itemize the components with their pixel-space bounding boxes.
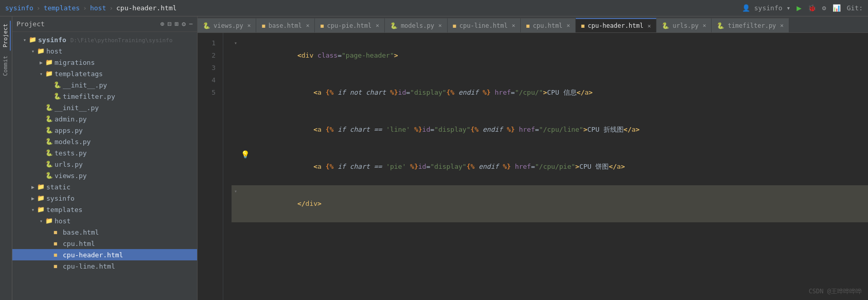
- tree-item-cpu-header-html[interactable]: ◼ cpu-header.html: [12, 249, 197, 260]
- tree-label-init-host: __init__.py: [55, 104, 99, 112]
- tab-close-models[interactable]: ✕: [438, 22, 442, 29]
- tree-label-admin: admin.py: [55, 115, 87, 123]
- breadcrumb-templates[interactable]: templates: [44, 4, 80, 12]
- main-area: Project Commit Project ⊕ ⊟ ⊞ ⚙ − ▾ 📁 sys…: [0, 16, 868, 300]
- tab-cpu-html[interactable]: ◼ cpu.html ✕: [521, 18, 576, 32]
- project-panel: Project ⊕ ⊟ ⊞ ⚙ − ▾ 📁 sysinfo D:\File\py…: [12, 16, 198, 300]
- coverage-icon[interactable]: ⚙: [822, 4, 826, 12]
- tree-item-tests[interactable]: 🐍 tests.py: [12, 147, 197, 158]
- tab-cpu-pie-html[interactable]: ◼ cpu-pie.html ✕: [315, 18, 385, 32]
- tab-label-cpuline: cpu-line.html: [459, 22, 508, 29]
- tab-label-urls: urls.py: [672, 22, 699, 29]
- tab-label-base: base.html: [269, 22, 302, 29]
- tab-close-cpupie[interactable]: ✕: [376, 22, 379, 29]
- debug-icon[interactable]: 🐞: [808, 4, 816, 12]
- project-tree: ▾ 📁 sysinfo D:\File\pythonTraining\sysin…: [12, 32, 197, 300]
- tab-close-base[interactable]: ✕: [306, 22, 310, 29]
- tree-item-base-html[interactable]: ◼ base.html: [12, 226, 197, 238]
- profile-icon[interactable]: 📊: [832, 4, 841, 12]
- tree-item-urls[interactable]: 🐍 urls.py: [12, 158, 197, 170]
- ln-1: 1: [198, 37, 219, 49]
- tree-label-host: host: [46, 47, 62, 55]
- separator-1: ›: [37, 4, 41, 12]
- ln-5: 5: [198, 86, 219, 99]
- tab-close-urls[interactable]: ✕: [703, 22, 706, 29]
- tree-item-sysinfo-sub[interactable]: ▶ 📁 sysinfo: [12, 192, 197, 204]
- tab-urls-py[interactable]: 🐍 urls.py ✕: [657, 18, 712, 32]
- git-label: Git:: [847, 4, 863, 12]
- title-bar-right: 👤 sysinfo ▾ ▶ 🐞 ⚙ 📊 Git:: [742, 3, 863, 13]
- tree-item-sysinfo[interactable]: ▾ 📁 sysinfo D:\File\pythonTraining\sysin…: [12, 34, 197, 45]
- tab-base-html[interactable]: ◼ base.html ✕: [256, 18, 315, 32]
- breadcrumb-host[interactable]: host: [90, 4, 106, 12]
- tree-label-cpu-line-html: cpu-line.html: [63, 262, 115, 270]
- collapse-all-icon[interactable]: ⊟: [168, 20, 172, 28]
- code-line-4: 💡 <a {% if chart == 'pie' %}id="display"…: [232, 148, 868, 185]
- tab-models-py[interactable]: 🐍 models.py ✕: [385, 18, 448, 32]
- tree-label-init-tt: __init__.py: [63, 81, 107, 89]
- tab-label-cpuheader: cpu-header.html: [588, 22, 643, 29]
- code-text-4: <a {% if chart == 'pie' %}id="display"{%…: [249, 148, 625, 185]
- breadcrumb-sysinfo[interactable]: sysinfo: [5, 4, 33, 12]
- tab-close-timefilter[interactable]: ✕: [780, 22, 784, 29]
- tree-label-templates: templates: [46, 206, 82, 214]
- code-text-2: <a {% if not chart %}id="display"{% endi…: [249, 74, 593, 111]
- tab-icon-models: 🐍: [390, 22, 398, 29]
- tree-item-templatetags[interactable]: ▾ 📁 templatetags: [12, 68, 197, 79]
- tree-item-models[interactable]: 🐍 models.py: [12, 136, 197, 147]
- tab-cpu-line-html[interactable]: ◼ cpu-line.html ✕: [448, 18, 521, 32]
- tree-item-apps[interactable]: 🐍 apps.py: [12, 125, 197, 136]
- tree-label-views: views.py: [55, 172, 87, 180]
- tree-item-init-host[interactable]: 🐍 __init__.py: [12, 102, 197, 113]
- title-bar: sysinfo › templates › host › cpu-header.…: [0, 0, 868, 16]
- left-tab-project[interactable]: Project: [1, 21, 11, 50]
- tree-item-templates[interactable]: ▾ 📁 templates: [12, 204, 197, 215]
- settings-icon[interactable]: ⚙: [182, 20, 186, 28]
- code-line-1: ▾ <div class="page-header">: [232, 37, 868, 74]
- tree-item-host[interactable]: ▾ 📁 host: [12, 45, 197, 57]
- editor-area: 🐍 views.py ✕ ◼ base.html ✕ ◼ cpu-pie.htm…: [198, 16, 868, 300]
- tree-label-sysinfo-sub: sysinfo: [46, 195, 75, 202]
- expand-all-icon[interactable]: ⊞: [175, 20, 179, 28]
- tree-item-init-tt[interactable]: 🐍 __init__.py: [12, 79, 197, 91]
- tree-item-timefilter[interactable]: 🐍 timefilter.py: [12, 91, 197, 102]
- tab-close-cpuheader[interactable]: ✕: [648, 23, 651, 29]
- tab-close-cpuline[interactable]: ✕: [512, 22, 516, 29]
- ln-2: 2: [198, 49, 219, 62]
- tab-close-views[interactable]: ✕: [247, 22, 251, 29]
- panel-title: Project: [16, 20, 45, 28]
- panel-icons: ⊕ ⊟ ⊞ ⚙ −: [161, 20, 193, 28]
- tree-item-migrations[interactable]: ▶ 📁 migrations: [12, 57, 197, 68]
- tree-label-tests: tests.py: [55, 149, 87, 157]
- tree-label-sysinfo: sysinfo D:\File\pythonTraining\sysinfo: [38, 36, 172, 44]
- fold-marker-5[interactable]: ▾: [232, 185, 240, 198]
- tab-views-py[interactable]: 🐍 views.py ✕: [198, 18, 256, 32]
- tab-bar: 🐍 views.py ✕ ◼ base.html ✕ ◼ cpu-pie.htm…: [198, 16, 868, 33]
- separator-2: ›: [83, 4, 87, 12]
- tab-icon-cpu: ◼: [526, 22, 529, 29]
- tab-timefilter-py[interactable]: 🐍 timefilter.py ✕: [712, 18, 789, 32]
- tree-item-static[interactable]: ▶ 📁 static: [12, 181, 197, 192]
- tree-item-host-sub[interactable]: ▾ 📁 host: [12, 215, 197, 226]
- tab-label-cpu: cpu.html: [533, 22, 563, 29]
- code-text-5: </div>: [249, 185, 322, 222]
- code-area[interactable]: ▾ <div class="page-header"> <a {% if not…: [223, 33, 868, 300]
- tree-item-admin[interactable]: 🐍 admin.py: [12, 113, 197, 125]
- code-text-1: <div class="page-header">: [249, 37, 398, 74]
- account-icon[interactable]: 👤 sysinfo ▾: [742, 4, 790, 12]
- breadcrumb: sysinfo › templates › host › cpu-header.…: [5, 4, 176, 12]
- tree-item-views[interactable]: 🐍 views.py: [12, 170, 197, 181]
- run-button[interactable]: ▶: [796, 3, 802, 13]
- close-panel-icon[interactable]: −: [189, 20, 193, 28]
- tab-close-cpu[interactable]: ✕: [566, 22, 570, 29]
- left-tab-commit[interactable]: Commit: [1, 52, 11, 79]
- fold-marker-1[interactable]: ▾: [232, 37, 240, 49]
- tree-label-templatetags: templatetags: [55, 70, 103, 78]
- tab-cpu-header-html[interactable]: ◼ cpu-header.html ✕: [576, 18, 657, 32]
- gutter-4: 💡: [241, 148, 249, 161]
- tree-item-cpu-line-html[interactable]: ◼ cpu-line.html: [12, 260, 197, 272]
- locate-icon[interactable]: ⊕: [161, 20, 165, 28]
- watermark: CSDN @王哗哗哗哗: [809, 287, 862, 296]
- tree-label-cpu-header-html: cpu-header.html: [63, 251, 123, 259]
- tree-item-cpu-html[interactable]: ◼ cpu.html: [12, 238, 197, 249]
